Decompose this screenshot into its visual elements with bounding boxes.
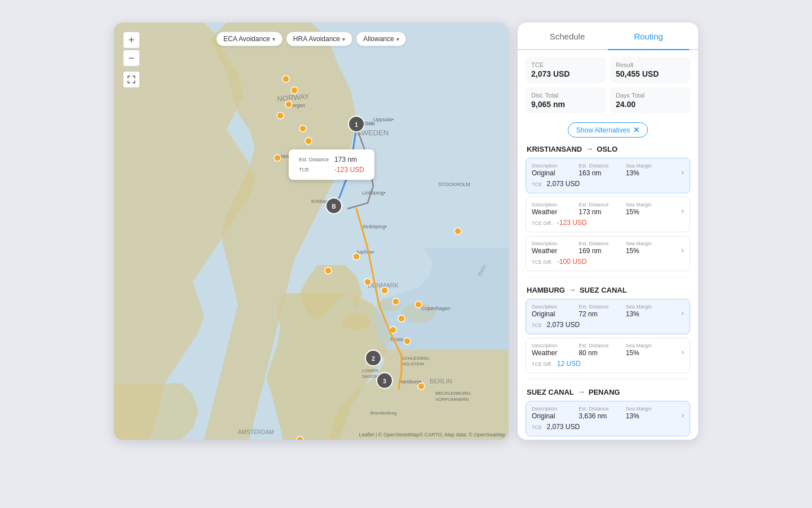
- margin-col-value-2-0: 13%: [626, 412, 670, 420]
- dist-stat: Dist. Total 9,065 nm: [526, 87, 606, 113]
- route-arrow-icon: →: [585, 144, 593, 153]
- desc-label-0-1: Description: [532, 202, 576, 207]
- dist-col-value-2-0: 3,636 nm: [579, 412, 623, 420]
- days-label: Days Total: [616, 92, 685, 99]
- svg-text:LOWER: LOWER: [362, 368, 379, 373]
- desc-label-2-0: Description: [532, 406, 576, 412]
- result-stat: Result 50,455 USD: [610, 57, 690, 83]
- tce-label-0-2: TCE Diff.: [532, 259, 552, 265]
- close-alternatives-icon: ✕: [633, 126, 639, 134]
- days-stat: Days Total 24.00: [610, 87, 690, 113]
- tce-label-1-0: TCE: [532, 323, 542, 328]
- desc-label-0-2: Description: [532, 241, 576, 246]
- eca-avoidance-button[interactable]: ECA Avoidance: [216, 32, 283, 46]
- svg-point-31: [285, 101, 292, 108]
- routing-panel: Schedule Routing TCE 2,073 USD Result 50…: [518, 23, 698, 440]
- row-chevron-2-0[interactable]: ›: [673, 406, 684, 419]
- allowance-button[interactable]: Allowance: [356, 32, 407, 46]
- map-panel: + − ECA Avoidance HRA Avoidance Allowanc…: [114, 23, 509, 440]
- tce-label-0-0: TCE: [532, 182, 542, 187]
- tce-label: TCE: [531, 61, 600, 68]
- route-section-suez-penang: SUEZ CANAL→PENANG Description Original E…: [526, 387, 690, 440]
- show-alternatives-button[interactable]: Show Alternatives ✕: [568, 122, 648, 138]
- dist-col-value-0-2: 169 nm: [579, 247, 623, 255]
- margin-col-label-2-0: Sea Margin: [626, 406, 670, 412]
- margin-col-label-1-1: Sea Margin: [626, 343, 670, 348]
- svg-text:B: B: [332, 204, 336, 210]
- tooltip-tce-value: -123 USD: [332, 165, 367, 174]
- svg-point-44: [404, 338, 411, 344]
- tce-value-0-2: -100 USD: [557, 258, 587, 266]
- route-row-hamburg-suez-0[interactable]: Description Original Est. Distance 72 nm…: [526, 299, 690, 334]
- margin-col-value-1-0: 13%: [626, 310, 670, 318]
- fullscreen-button[interactable]: [123, 71, 140, 88]
- tce-label-0-1: TCE Diff.: [532, 220, 552, 226]
- tce-value-2-0: 2,073 USD: [546, 423, 580, 431]
- row-chevron-0-0[interactable]: ›: [673, 163, 684, 176]
- route-row-kristiansand-oslo-1[interactable]: Description Weather Est. Distance 173 nm…: [526, 197, 690, 232]
- desc-value-1-0: Original: [532, 310, 576, 318]
- route-from: KRISTIANSAND: [527, 145, 582, 153]
- svg-point-47: [418, 383, 425, 390]
- dist-col-value-1-1: 80 nm: [579, 349, 623, 357]
- svg-point-46: [454, 228, 461, 235]
- margin-col-label-0-1: Sea Margin: [626, 202, 670, 207]
- route-section-hamburg-suez: HAMBURG→SUEZ CANAL Description Original …: [526, 285, 690, 379]
- margin-col-value-0-1: 15%: [626, 208, 670, 216]
- sections-container: KRISTIANSAND→OSLO Description Original E…: [526, 144, 690, 440]
- dist-col-label-0-2: Est. Distance: [579, 241, 623, 246]
- svg-point-40: [381, 287, 388, 294]
- row-chevron-0-1[interactable]: ›: [673, 202, 684, 215]
- zoom-out-button[interactable]: −: [123, 50, 140, 67]
- tab-schedule[interactable]: Schedule: [527, 23, 608, 49]
- route-tooltip: Est. Distance 173 nm TCE -123 USD: [289, 149, 374, 180]
- tce-stat: TCE 2,073 USD: [526, 57, 606, 83]
- route-row-suez-penang-0[interactable]: Description Original Est. Distance 3,636…: [526, 401, 690, 436]
- route-arrow-icon: →: [577, 387, 585, 396]
- tooltip-est-distance-label: Est. Distance: [297, 155, 331, 164]
- tce-value-0-0: 2,073 USD: [546, 180, 580, 188]
- margin-col-value-0-0: 13%: [626, 169, 670, 177]
- desc-label-1-0: Description: [532, 304, 576, 310]
- svg-text:VORPOMMERN: VORPOMMERN: [435, 397, 469, 402]
- svg-text:2: 2: [372, 356, 375, 362]
- dist-col-value-0-0: 163 nm: [579, 169, 623, 177]
- margin-col-value-1-1: 15%: [626, 349, 670, 357]
- desc-label-0-0: Description: [532, 163, 576, 169]
- desc-label-1-1: Description: [532, 343, 576, 348]
- hra-avoidance-button[interactable]: HRA Avoidance: [286, 32, 352, 46]
- row-chevron-1-0[interactable]: ›: [673, 304, 684, 317]
- panel-content: TCE 2,073 USD Result 50,455 USD Dist. To…: [518, 50, 698, 440]
- svg-text:AMSTERDAM: AMSTERDAM: [238, 429, 274, 435]
- margin-col-value-0-2: 15%: [626, 247, 670, 255]
- route-header-kristiansand-oslo: KRISTIANSAND→OSLO: [526, 144, 690, 153]
- svg-text:HOLSTEIN: HOLSTEIN: [401, 361, 424, 366]
- section-divider: [526, 277, 690, 277]
- svg-text:Brandenburg: Brandenburg: [370, 410, 396, 416]
- svg-point-37: [325, 267, 332, 274]
- svg-text:Copenhagen: Copenhagen: [421, 306, 451, 311]
- dist-label: Dist. Total: [531, 92, 600, 99]
- route-row-kristiansand-oslo-0[interactable]: Description Original Est. Distance 163 n…: [526, 158, 690, 193]
- route-row-kristiansand-oslo-2[interactable]: Description Weather Est. Distance 169 nm…: [526, 236, 690, 271]
- route-section-kristiansand-oslo: KRISTIANSAND→OSLO Description Original E…: [526, 144, 690, 277]
- tooltip-est-distance-value: 173 nm: [332, 155, 367, 164]
- route-row-hamburg-suez-1[interactable]: Description Weather Est. Distance 80 nm …: [526, 338, 690, 373]
- days-value: 24.00: [616, 100, 685, 109]
- zoom-in-button[interactable]: +: [123, 32, 140, 48]
- tce-label-2-0: TCE: [532, 425, 542, 430]
- svg-text:BERLIN: BERLIN: [430, 378, 452, 385]
- tce-value-1-1: 12 USD: [557, 360, 581, 368]
- margin-col-label-1-0: Sea Margin: [626, 304, 670, 310]
- svg-text:Oslo: Oslo: [364, 121, 375, 126]
- svg-text:Uppsala•: Uppsala•: [373, 117, 394, 122]
- row-chevron-0-2[interactable]: ›: [673, 241, 684, 254]
- row-chevron-1-1[interactable]: ›: [673, 343, 684, 356]
- tce-label-1-1: TCE Diff.: [532, 361, 552, 367]
- tab-routing[interactable]: Routing: [608, 23, 689, 49]
- route-header-suez-penang: SUEZ CANAL→PENANG: [526, 387, 690, 396]
- svg-point-32: [277, 112, 284, 119]
- desc-value-0-2: Weather: [532, 247, 576, 255]
- svg-point-39: [364, 279, 371, 285]
- svg-text:MECKLENBURG-: MECKLENBURG-: [435, 391, 472, 396]
